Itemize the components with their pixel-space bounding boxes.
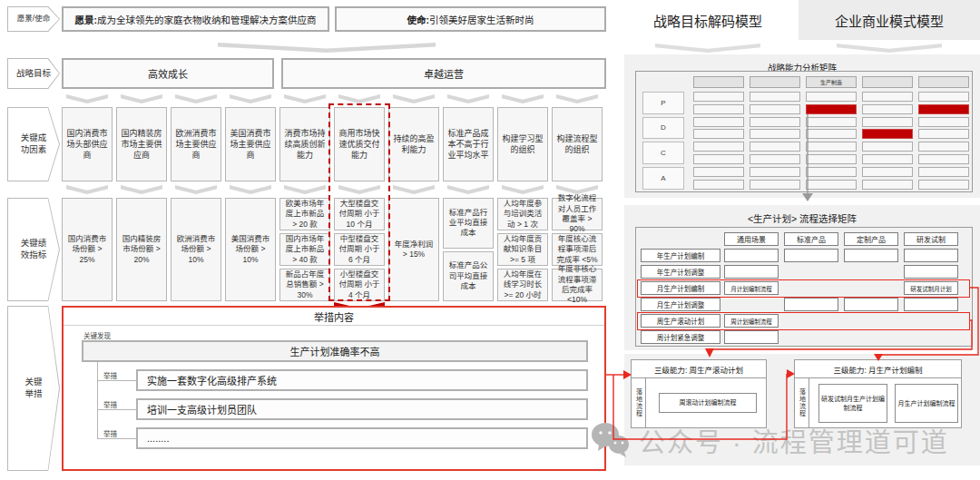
rail-label-text: 愿景/使命 bbox=[17, 14, 50, 24]
capability-box-monthly: 三级能力: 月生产计划编制 落地流程 研发试制月生产计划编制流程月生产计划编制流… bbox=[794, 359, 962, 428]
watermark: 公众号 · 流程管理道可道 bbox=[590, 421, 949, 459]
measure-label: 举措 bbox=[103, 399, 117, 409]
kpi-box: 国内市场年度上市新品 > 40 款 bbox=[279, 233, 330, 266]
process-cell bbox=[904, 249, 958, 262]
process-cell: 研发试制月计划 bbox=[904, 281, 958, 295]
kpi-box: 人均年度在线学习时长 >= 20 小时 bbox=[497, 269, 548, 301]
matrix-cell bbox=[806, 142, 857, 152]
matrix-cell bbox=[862, 104, 913, 114]
chevron-down-icon bbox=[218, 43, 436, 53]
process-row-label: 年生产计划编制 bbox=[641, 249, 720, 262]
kpi-box: 新品占年度总销售额 > 30% bbox=[279, 269, 330, 301]
tab-strategy-decode-model[interactable]: 战略目标解码模型 bbox=[617, 0, 799, 40]
kpi-box: 标准产品行业平均直接成本 bbox=[443, 198, 494, 249]
process-cell bbox=[844, 249, 898, 262]
chevron-down-icon bbox=[66, 185, 108, 194]
matrix-cell-red bbox=[862, 129, 913, 139]
rail-label-text: 关键成功因素 bbox=[19, 132, 48, 156]
process-column-header: 定制产品 bbox=[844, 232, 898, 246]
chevron-down-icon bbox=[502, 185, 544, 194]
kpi-box: 国内精装房市场份额 > 20% bbox=[116, 198, 167, 301]
process-box: 周滚动计划编制流程 bbox=[659, 393, 757, 413]
matrix-cell bbox=[693, 180, 744, 190]
matrix-cell bbox=[918, 180, 969, 190]
matrix-cell bbox=[693, 117, 744, 127]
matrix-cell bbox=[750, 167, 800, 177]
pdca-label: C bbox=[642, 142, 684, 164]
process-column-header: 标准产品 bbox=[784, 232, 838, 246]
ksf-box: 国内精装房市场主要供应商 bbox=[116, 107, 167, 181]
chevron-down-icon bbox=[447, 185, 489, 194]
chevron-down-icon bbox=[837, 44, 942, 53]
mission-prefix: 使命: bbox=[407, 13, 430, 26]
ksf-rail-label: 关键成功因素 bbox=[7, 107, 60, 181]
process-cell bbox=[724, 330, 779, 344]
rail-label-text: 关键举措 bbox=[24, 377, 44, 400]
matrix-cell bbox=[862, 167, 913, 177]
kpi-box: 人均年度贡献知识条目 >= 5 项 bbox=[497, 233, 548, 266]
strategy-decode-diagram: 愿景/使命 战略目标 关键成功因素 关键绩效指标 关键举措 愿景: 成为全球领先… bbox=[0, 0, 980, 480]
matrix-cell bbox=[806, 117, 857, 127]
measure-box: 培训一支高级计划员团队 bbox=[136, 398, 588, 420]
matrix-cell bbox=[693, 167, 744, 177]
chevron-down-icon bbox=[230, 185, 271, 194]
chevron-down-icon bbox=[230, 94, 271, 103]
capability-box-weekly: 三级能力: 周生产滚动计划 落地流程 周滚动计划编制流程 bbox=[631, 359, 767, 428]
kpi-rail-label: 关键绩效指标 bbox=[7, 198, 60, 301]
matrix-cell bbox=[693, 104, 744, 114]
chevron-down-icon bbox=[338, 94, 380, 103]
kpi-box: 标准产品公司平均直接成本 bbox=[443, 251, 494, 302]
tab-business-model[interactable]: 企业商业模式模型 bbox=[799, 0, 980, 40]
matrix-column-header: 生产制造 bbox=[806, 76, 857, 88]
finding-label: 关键发现 bbox=[83, 330, 111, 340]
matrix-cell bbox=[750, 180, 800, 190]
matrix-cell bbox=[918, 92, 969, 102]
pdca-label: D bbox=[642, 117, 684, 140]
matrix-cell bbox=[806, 154, 857, 164]
wechat-icon bbox=[590, 421, 632, 459]
kpi-box: 年度非核心流程事项滞后完成率 <10% bbox=[552, 269, 603, 301]
matrix-cell bbox=[750, 92, 800, 102]
process-cell bbox=[904, 265, 958, 279]
chevron-down-icon bbox=[66, 94, 108, 103]
ksf-box: 构建流程型的组织 bbox=[552, 107, 603, 181]
goal-box-growth: 高效成长 bbox=[62, 58, 274, 89]
matrix-cell bbox=[862, 92, 913, 102]
process-row-label: 周计划紧急调整 bbox=[641, 330, 720, 344]
rail-label-text: 关键绩效指标 bbox=[19, 238, 48, 261]
goal-box-operations: 卓越运营 bbox=[281, 58, 606, 89]
matrix-cell bbox=[918, 167, 969, 177]
kpi-box: 欧洲消费市场份额 > 10% bbox=[171, 198, 221, 301]
pdca-label: P bbox=[642, 92, 684, 114]
process-cell: 周计划编制流程 bbox=[724, 314, 779, 328]
chevron-down-icon bbox=[655, 44, 760, 53]
matrix-cell bbox=[693, 154, 744, 164]
matrix-cell-red bbox=[918, 104, 969, 114]
matrix-cell bbox=[862, 142, 913, 152]
ksf-box: 美国消费市场主要供应商 bbox=[225, 107, 276, 181]
matrix-cell bbox=[862, 117, 913, 127]
tree-line bbox=[97, 380, 136, 381]
capability-box-side-label: 落地流程 bbox=[632, 378, 646, 427]
process-row-label: 周生产滚动计划 bbox=[641, 314, 720, 328]
ksf-box: 欧洲消费市场主要供应商 bbox=[171, 107, 221, 181]
initiatives-panel-title: 举措内容 bbox=[64, 308, 604, 326]
initiatives-panel: 举措内容 关键发现 生产计划准确率不高 举措实施一套数字化高级排产系统举措培训一… bbox=[62, 306, 606, 471]
process-box: 月生产计划编制流程 bbox=[895, 384, 958, 423]
process-cell bbox=[844, 298, 898, 311]
matrix-cell bbox=[918, 129, 969, 139]
process-row-label: 月生产计划编制 bbox=[641, 281, 720, 295]
initiatives-rail-label: 关键举措 bbox=[7, 306, 60, 471]
ksf-box: 构建学习型的组织 bbox=[497, 107, 548, 181]
measure-box: ........ bbox=[136, 427, 588, 449]
process-cell bbox=[724, 265, 779, 279]
chevron-down-icon bbox=[175, 94, 217, 103]
watermark-text: 公众号 · 流程管理道可道 bbox=[639, 421, 949, 459]
matrix-cell bbox=[750, 104, 800, 114]
chevron-down-icon bbox=[121, 94, 162, 103]
chevron-down-icon bbox=[284, 94, 326, 103]
measure-label: 举措 bbox=[103, 428, 117, 438]
matrix-cell bbox=[862, 180, 913, 190]
pdca-label: A bbox=[642, 167, 684, 190]
chevron-down-icon bbox=[284, 185, 326, 194]
